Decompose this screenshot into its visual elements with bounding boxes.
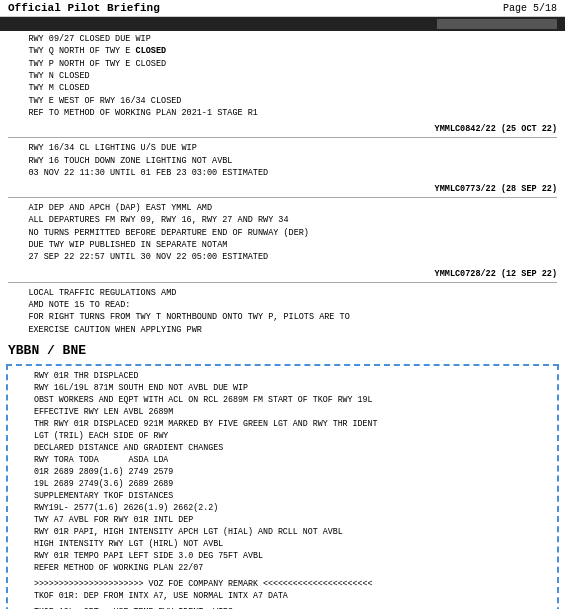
airport-header: YBBN / BNE: [0, 340, 565, 361]
s4-line2: AMD NOTE 15 TO READ:: [8, 299, 557, 311]
section-ymml0773: RWY 16/34 CL LIGHTING U/S DUE WIP RWY 16…: [0, 140, 565, 183]
notam-ref-2: YMMLC0773/22 (28 SEP 22): [0, 183, 565, 195]
page-title: Official Pilot Briefing: [8, 2, 160, 14]
n1-line3: OBST WORKERS AND EQPT WITH ACL ON RCL 26…: [14, 394, 551, 406]
s1-line7: REF TO METHOD OF WORKING PLAN 2021-1 STA…: [8, 107, 557, 119]
n1-line13: TWY A7 AVBL FOR RWY 01R INTL DEP: [14, 514, 551, 526]
s1-line2: TWY Q NORTH OF TWY E CLOSED: [8, 45, 557, 57]
n1-line2: RWY 16L/19L 871M SOUTH END NOT AVBL DUE …: [14, 382, 551, 394]
n1-line4: EFFECTIVE RWY LEN AVBL 2689M: [14, 406, 551, 418]
divider-3: [8, 282, 557, 283]
s3-line3: NO TURNS PERMITTED BEFORE DEPARTURE END …: [8, 227, 557, 239]
s2-line2: RWY 16 TOUCH DOWN ZONE LIGHTING NOT AVBL: [8, 155, 557, 167]
s3-line2: ALL DEPARTURES FM RWY 09, RWY 16, RWY 27…: [8, 214, 557, 226]
n1-line9: 01R 2689 2809(1.6) 2749 2579: [14, 466, 551, 478]
n1-line7: DECLARED DISTANCE AND GRADIENT CHANGES: [14, 442, 551, 454]
redaction-bar: [0, 17, 565, 31]
s3-line1: AIP DEP AND APCH (DAP) EAST YMML AMD: [8, 202, 557, 214]
s1-line3: TWY P NORTH OF TWY E CLOSED: [8, 58, 557, 70]
n1-line18: >>>>>>>>>>>>>>>>>>>>>> VOZ FOE COMPANY R…: [14, 578, 551, 590]
n1-line17: REFER METHOD OF WORKING PLAN 22/07: [14, 562, 551, 574]
s4-line4: EXERCISE CAUTION WHEN APPLYING PWR: [8, 324, 557, 336]
n1-line15: HIGH INTENSITY RWY LGT (HIRL) NOT AVBL: [14, 538, 551, 550]
n1-line10: 19L 2689 2749(3.6) 2689 2689: [14, 478, 551, 490]
page-number: Page 5/18: [503, 3, 557, 14]
redact-right: [437, 19, 557, 29]
n1-line6: LGT (TRIL) EACH SIDE OF RWY: [14, 430, 551, 442]
s2-line3: 03 NOV 22 11:30 UNTIL 01 FEB 23 03:00 ES…: [8, 167, 557, 179]
n1-line8: RWY TORA TODA ASDA LDA: [14, 454, 551, 466]
divider-1: [8, 137, 557, 138]
s1-line4: TWY N CLOSED: [8, 70, 557, 82]
notam-ref-1: YMMLC0842/22 (25 OCT 22): [0, 123, 565, 135]
s1-line5: TWY M CLOSED: [8, 82, 557, 94]
s4-line1: LOCAL TRAFFIC REGULATIONS AMD: [8, 287, 557, 299]
section-ymml0842: RWY 09/27 CLOSED DUE WIP TWY Q NORTH OF …: [0, 31, 565, 123]
n1-line12: RWY19L- 2577(1.6) 2626(1.9) 2662(2.2): [14, 502, 551, 514]
n1-line1: RWY 01R THR DISPLACED: [14, 370, 551, 382]
page: Official Pilot Briefing Page 5/18 RWY 09…: [0, 0, 565, 609]
n1-line11: SUPPLEMENTARY TKOF DISTANCES: [14, 490, 551, 502]
section-local-traffic: LOCAL TRAFFIC REGULATIONS AMD AMD NOTE 1…: [0, 285, 565, 340]
airport-code: YBBN / BNE: [8, 343, 86, 358]
notam-1174-box: RWY 01R THR DISPLACED RWY 16L/19L 871M S…: [6, 364, 559, 609]
n1-line14: RWY 01R PAPI, HIGH INTENSITY APCH LGT (H…: [14, 526, 551, 538]
n1-line5: THR RWY 01R DISPLACED 921M MARKED BY FIV…: [14, 418, 551, 430]
notam-ref-3: YMMLC0728/22 (12 SEP 22): [0, 268, 565, 280]
n1-line19: TKOF 01R: DEP FROM INTX A7, USE NORMAL I…: [14, 590, 551, 602]
s4-line3: FOR RIGHT TURNS FROM TWY T NORTHBOUND ON…: [8, 311, 557, 323]
redact-left: [8, 19, 198, 29]
s1-line1: RWY 09/27 CLOSED DUE WIP: [8, 33, 557, 45]
section-ymml0728: AIP DEP AND APCH (DAP) EAST YMML AMD ALL…: [0, 200, 565, 268]
header: Official Pilot Briefing Page 5/18: [0, 0, 565, 17]
n1-line16: RWY 01R TEMPO PAPI LEFT SIDE 3.0 DEG 75F…: [14, 550, 551, 562]
s3-line4: DUE TWY WIP PUBLISHED IN SEPARATE NOTAM: [8, 239, 557, 251]
s1-line6: TWY E WEST OF RWY 16/34 CLOSED: [8, 95, 557, 107]
divider-2: [8, 197, 557, 198]
s2-line1: RWY 16/34 CL LIGHTING U/S DUE WIP: [8, 142, 557, 154]
s3-line5: 27 SEP 22 22:57 UNTIL 30 NOV 22 05:00 ES…: [8, 251, 557, 263]
